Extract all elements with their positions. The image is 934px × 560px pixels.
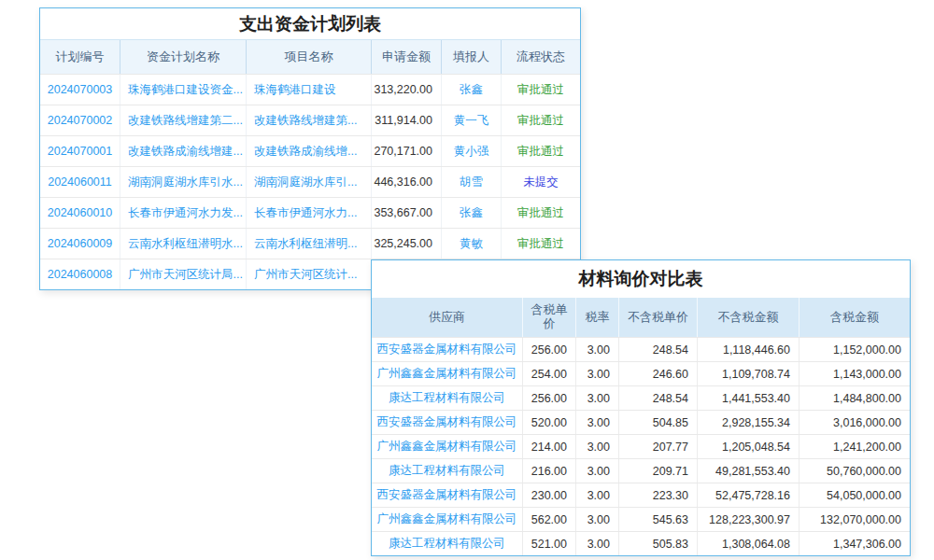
- amount-with-tax-cell: 1,152,000.00: [800, 338, 910, 361]
- table-row[interactable]: 西安盛器金属材料有限公司 520.00 3.00 504.85 2,928,15…: [372, 410, 910, 434]
- project-name-link[interactable]: 广州市天河区统计...: [247, 259, 372, 289]
- tax-rate-cell: 3.00: [576, 532, 619, 555]
- amount-with-tax-cell: 1,241,200.00: [800, 435, 910, 458]
- tax-rate-cell: 3.00: [576, 362, 619, 385]
- table-row[interactable]: 广州鑫鑫金属材料有限公司 214.00 3.00 207.77 1,205,04…: [372, 434, 910, 458]
- tax-rate-cell: 3.00: [576, 508, 619, 531]
- price-with-tax-cell: 256.00: [523, 338, 576, 361]
- reporter-cell: 张鑫: [442, 75, 502, 105]
- supplier-link[interactable]: 康达工程材料有限公司: [372, 532, 523, 555]
- reporter-cell: 胡雪: [442, 167, 502, 197]
- price-without-tax-cell: 505.83: [619, 532, 698, 555]
- table-row[interactable]: 2024070001 改建铁路成渝线增建... 改建铁路成渝线增... 270,…: [40, 135, 580, 166]
- plan-name-link[interactable]: 长春市伊通河水力发...: [120, 198, 247, 228]
- reporter-cell: 黄小强: [442, 136, 502, 166]
- amount-without-tax-cell: 49,281,553.40: [698, 459, 800, 483]
- status-badge: 审批通过: [502, 105, 580, 135]
- status-badge: 未提交: [502, 167, 580, 197]
- inquiry-table-header-row: 供应商 含税单价 税率 不含税单价 不含税金额 含税金额: [372, 298, 910, 337]
- plan-no-link[interactable]: 2024060009: [40, 229, 120, 259]
- amount-cell: 325,245.00: [372, 229, 442, 259]
- table-row[interactable]: 西安盛器金属材料有限公司 256.00 3.00 248.54 1,118,44…: [372, 337, 910, 361]
- amount-cell: 270,171.00: [372, 136, 442, 166]
- table-row[interactable]: 康达工程材料有限公司 256.00 3.00 248.54 1,441,553.…: [372, 385, 910, 410]
- plan-name-link[interactable]: 湖南洞庭湖水库引水...: [120, 167, 247, 197]
- plan-no-link[interactable]: 2024070002: [40, 105, 120, 135]
- plan-name-link[interactable]: 珠海鹤港口建设资金...: [120, 75, 247, 105]
- status-badge: 审批通过: [502, 75, 580, 105]
- project-name-link[interactable]: 长春市伊通河水力...: [247, 198, 372, 228]
- amount-with-tax-cell: 54,050,000.00: [800, 483, 910, 507]
- table-row[interactable]: 广州鑫鑫金属材料有限公司 562.00 3.00 545.63 128,223,…: [372, 507, 910, 531]
- project-name-link[interactable]: 云南水利枢纽潜明...: [247, 229, 372, 259]
- reporter-cell: 黄一飞: [442, 105, 502, 135]
- price-with-tax-cell: 256.00: [523, 386, 576, 410]
- supplier-link[interactable]: 西安盛器金属材料有限公司: [372, 483, 523, 507]
- amount-with-tax-cell: 50,760,000.00: [800, 459, 910, 483]
- price-with-tax-cell: 216.00: [523, 459, 576, 483]
- plan-name-link[interactable]: 云南水利枢纽潜明水...: [120, 229, 247, 259]
- supplier-link[interactable]: 西安盛器金属材料有限公司: [372, 338, 523, 361]
- column-header-price-without-tax: 不含税单价: [619, 298, 698, 337]
- price-without-tax-cell: 223.30: [619, 483, 698, 507]
- amount-cell: 446,316.00: [372, 167, 442, 197]
- table-row[interactable]: 西安盛器金属材料有限公司 230.00 3.00 223.30 52,475,7…: [372, 483, 910, 507]
- plan-no-link[interactable]: 2024060008: [40, 259, 120, 289]
- plan-no-link[interactable]: 2024070001: [40, 136, 120, 166]
- column-header-amount-without-tax: 不含税金额: [698, 298, 800, 337]
- table-row[interactable]: 2024060009 云南水利枢纽潜明水... 云南水利枢纽潜明... 325,…: [40, 228, 580, 259]
- tax-rate-cell: 3.00: [576, 338, 619, 361]
- price-with-tax-cell: 214.00: [523, 435, 576, 458]
- table-row[interactable]: 康达工程材料有限公司 216.00 3.00 209.71 49,281,553…: [372, 458, 910, 483]
- supplier-link[interactable]: 广州鑫鑫金属材料有限公司: [372, 508, 523, 531]
- project-name-link[interactable]: 湖南洞庭湖水库引...: [247, 167, 372, 197]
- plan-name-link[interactable]: 改建铁路线增建第二...: [120, 105, 247, 135]
- price-without-tax-cell: 504.85: [619, 411, 698, 434]
- plan-name-link[interactable]: 广州市天河区统计局...: [120, 259, 247, 289]
- supplier-link[interactable]: 康达工程材料有限公司: [372, 386, 523, 410]
- table-row[interactable]: 2024070003 珠海鹤港口建设资金... 珠海鹤港口建设 313,220.…: [40, 74, 580, 105]
- plan-no-link[interactable]: 2024060010: [40, 198, 120, 228]
- plan-name-link[interactable]: 改建铁路成渝线增建...: [120, 136, 247, 166]
- status-badge: 审批通过: [502, 229, 580, 259]
- table-row[interactable]: 2024070002 改建铁路线增建第二... 改建铁路线增建第... 311,…: [40, 105, 580, 135]
- amount-with-tax-cell: 3,016,000.00: [800, 411, 910, 434]
- fund-plan-table-title: 支出资金计划列表: [40, 8, 580, 40]
- column-header-supplier: 供应商: [372, 298, 523, 337]
- plan-no-link[interactable]: 2024070003: [40, 75, 120, 105]
- project-name-link[interactable]: 改建铁路线增建第...: [247, 105, 372, 135]
- supplier-link[interactable]: 康达工程材料有限公司: [372, 459, 523, 483]
- amount-without-tax-cell: 1,109,708.74: [698, 362, 800, 385]
- project-name-link[interactable]: 改建铁路成渝线增...: [247, 136, 372, 166]
- price-without-tax-cell: 246.60: [619, 362, 698, 385]
- amount-with-tax-cell: 132,070,000.00: [800, 508, 910, 531]
- fund-table-header-row: 计划编号 资金计划名称 项目名称 申请金额 填报人 流程状态: [40, 40, 580, 74]
- supplier-link[interactable]: 西安盛器金属材料有限公司: [372, 411, 523, 434]
- amount-with-tax-cell: 1,143,000.00: [800, 362, 910, 385]
- tax-rate-cell: 3.00: [576, 435, 619, 458]
- column-header-status: 流程状态: [502, 40, 580, 74]
- price-without-tax-cell: 248.54: [619, 338, 698, 361]
- project-name-link[interactable]: 珠海鹤港口建设: [247, 75, 372, 105]
- price-with-tax-cell: 254.00: [523, 362, 576, 385]
- supplier-link[interactable]: 广州鑫鑫金属材料有限公司: [372, 362, 523, 385]
- table-row[interactable]: 2024060010 长春市伊通河水力发... 长春市伊通河水力... 353,…: [40, 197, 580, 228]
- amount-without-tax-cell: 1,441,553.40: [698, 386, 800, 410]
- amount-without-tax-cell: 2,928,155.34: [698, 411, 800, 434]
- price-with-tax-cell: 230.00: [523, 483, 576, 507]
- amount-without-tax-cell: 1,205,048.54: [698, 435, 800, 458]
- status-badge: 审批通过: [502, 136, 580, 166]
- table-row[interactable]: 康达工程材料有限公司 521.00 3.00 505.83 1,308,064.…: [372, 531, 910, 555]
- amount-cell: 311,914.00: [372, 105, 442, 135]
- amount-without-tax-cell: 1,118,446.60: [698, 338, 800, 361]
- table-row[interactable]: 2024060011 湖南洞庭湖水库引水... 湖南洞庭湖水库引... 446,…: [40, 166, 580, 197]
- price-with-tax-cell: 521.00: [523, 532, 576, 555]
- plan-no-link[interactable]: 2024060011: [40, 167, 120, 197]
- price-with-tax-cell: 520.00: [523, 411, 576, 434]
- reporter-cell: 黄敏: [442, 229, 502, 259]
- status-badge: 审批通过: [502, 198, 580, 228]
- supplier-link[interactable]: 广州鑫鑫金属材料有限公司: [372, 435, 523, 458]
- table-row[interactable]: 广州鑫鑫金属材料有限公司 254.00 3.00 246.60 1,109,70…: [372, 361, 910, 385]
- amount-cell: 313,220.00: [372, 75, 442, 105]
- column-header-tax-rate: 税率: [576, 298, 619, 337]
